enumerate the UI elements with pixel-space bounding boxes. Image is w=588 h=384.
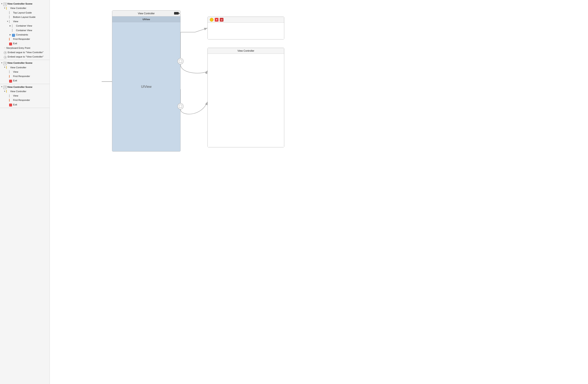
sidebar: ▼ ☰ View Controller Scene ▼ View Control… <box>0 0 50 384</box>
sidebar-item-label: View Controller Scene <box>7 2 32 6</box>
sidebar-item-label: View Controller <box>10 66 26 69</box>
top-vc-title-bar: ■ ▤ <box>208 17 284 23</box>
sidebar-item-containerview-2[interactable]: Container View <box>0 28 50 33</box>
sidebar-item-vc-2[interactable]: ▼ View Controller <box>0 65 50 70</box>
sidebar-item-label: Bottom Layout Guide <box>13 15 36 19</box>
sidebar-item-label: View <box>13 20 18 23</box>
arrow-icon: ▼ <box>4 7 6 10</box>
containerview-icon <box>12 29 15 32</box>
sidebar-item-bottomlayout[interactable]: Bottom Layout Guide <box>0 15 50 19</box>
sidebar-item-segue-2[interactable]: ⊕ Embed segue to "View Controller" <box>0 55 50 59</box>
scene-icon: ☰ <box>3 2 7 6</box>
sidebar-item-label: View <box>13 94 18 98</box>
phone-status-bar: UIView <box>112 16 180 22</box>
sidebar-item-label: Exit <box>13 79 17 82</box>
sidebar-item-view-2[interactable]: View <box>0 70 50 74</box>
sidebar-item-constraints[interactable]: ▶ ≡ Constraints <box>0 33 50 37</box>
firstresponder-icon <box>9 99 12 102</box>
sidebar-item-label: Top Layout Guide <box>13 11 32 15</box>
sidebar-item-label: View Controller Scene <box>7 61 32 65</box>
sidebar-item-exit-3[interactable]: → Exit <box>0 103 50 107</box>
arrow-icon: ▼ <box>4 66 6 69</box>
main-viewcontroller-frame[interactable]: View Controller UIView UIView <box>112 10 181 151</box>
storyboard-canvas: View Controller UIView UIView ■ ▤ View C… <box>50 0 588 384</box>
sidebar-item-label: First Responder <box>13 75 30 78</box>
sidebar-section-2: ▼ ☰ View Controller Scene ▼ View Control… <box>0 60 50 84</box>
bottom-vc-body <box>208 54 284 147</box>
sidebar-item-exit-1[interactable]: → Exit <box>0 41 50 46</box>
segue-icon: ⊕ <box>4 51 7 54</box>
sidebar-item-label: Exit <box>13 103 17 107</box>
view-icon <box>9 94 12 98</box>
sidebar-item-view-1[interactable]: ▼ View <box>0 19 50 24</box>
top-vc-body <box>208 23 284 39</box>
bottom-vc-title-label: View Controller <box>237 49 254 52</box>
sidebar-item-containerview-1[interactable]: ▶ Container View <box>0 24 50 28</box>
sidebar-item-vc-3[interactable]: ▼ View Controller <box>0 89 50 94</box>
sidebar-item-scene-3[interactable]: ▼ ☰ View Controller Scene <box>0 85 50 89</box>
sidebar-item-firstresponder-2[interactable]: First Responder <box>0 74 50 79</box>
sidebar-item-vc-1[interactable]: ▼ View Controller <box>0 6 50 10</box>
arrow-icon: ▼ <box>1 62 3 64</box>
arrow-icon: → <box>4 46 6 49</box>
arrow-icon: ▶ <box>10 24 12 27</box>
sidebar-item-scene-1[interactable]: ▼ ☰ View Controller Scene <box>0 2 50 6</box>
segue-icon: ⊕ <box>4 55 7 59</box>
view-icon <box>9 11 12 14</box>
sidebar-item-scene-2[interactable]: ▼ ☰ View Controller Scene <box>0 61 50 65</box>
scene-icon: ☰ <box>3 62 7 65</box>
sidebar-section-1: ▼ ☰ View Controller Scene ▼ View Control… <box>0 1 50 60</box>
phone-title-bar: View Controller <box>112 11 180 16</box>
sidebar-item-label: Storyboard Entry Point <box>6 46 30 50</box>
firstresponder-icon <box>9 38 12 41</box>
constraint-icon: ≡ <box>12 33 15 36</box>
top-vc-box[interactable]: ■ ▤ <box>208 17 284 40</box>
exit-icon: → <box>9 42 12 45</box>
viewcontroller-icon <box>6 66 10 69</box>
connection-top <box>181 28 208 32</box>
connection-to-bottom-vc <box>181 64 208 73</box>
containerview-icon <box>12 24 15 28</box>
sidebar-section-3: ▼ ☰ View Controller Scene ▼ View Control… <box>0 84 50 108</box>
sidebar-item-label: Constraints <box>16 33 28 37</box>
arrow-icon: ▼ <box>7 20 9 23</box>
sidebar-item-exit-2[interactable]: → Exit <box>0 79 50 83</box>
battery-icon <box>174 12 179 15</box>
connection-to-bottom-vc-2 <box>181 102 208 114</box>
viewcontroller-icon <box>6 90 10 93</box>
sidebar-item-label: First Responder <box>13 98 30 102</box>
sidebar-item-storyboard[interactable]: → Storyboard Entry Point <box>0 46 50 50</box>
view-icon <box>9 70 12 73</box>
view-icon <box>9 15 12 19</box>
arrow-icon: ▼ <box>4 90 6 93</box>
status-bar-label: UIView <box>143 18 150 21</box>
scene-icon: ☰ <box>3 85 7 89</box>
sidebar-item-label: Exit <box>13 42 17 45</box>
viewcontroller-icon <box>6 7 10 10</box>
arrow-icon: ▶ <box>10 33 12 36</box>
sidebar-item-label: First Responder <box>13 37 30 41</box>
vc-yellow-icon <box>210 18 213 21</box>
vc-orange-icon: ■ <box>215 18 218 21</box>
view-icon <box>9 20 12 23</box>
sidebar-item-label: Container View <box>16 29 32 32</box>
content-label: UIView <box>141 85 151 89</box>
sidebar-item-label: Container View <box>16 24 32 28</box>
sidebar-item-segue-1[interactable]: ⊕ Embed segue to "View Controller" <box>0 50 50 55</box>
sidebar-item-firstresponder-1[interactable]: First Responder <box>0 37 50 41</box>
sidebar-item-firstresponder-3[interactable]: First Responder <box>0 98 50 102</box>
exit-icon: → <box>9 79 12 82</box>
arrow-icon: ▼ <box>1 2 3 5</box>
sidebar-item-label: View Controller Scene <box>7 85 32 89</box>
sidebar-item-view-3[interactable]: View <box>0 94 50 98</box>
phone-title-label: View Controller <box>138 12 155 15</box>
bottom-vc-box[interactable]: View Controller <box>208 48 284 147</box>
bottom-vc-title-bar: View Controller <box>208 48 284 54</box>
sidebar-item-label: View Controller <box>10 90 26 93</box>
arrow-icon: ▼ <box>1 85 3 88</box>
phone-content-area: UIView <box>112 22 180 151</box>
sidebar-item-label: View Controller <box>10 6 26 10</box>
firstresponder-icon <box>9 75 12 78</box>
sidebar-item-label: Embed segue to "View Controller" <box>8 55 43 59</box>
sidebar-item-toplayout[interactable]: Top Layout Guide <box>0 11 50 15</box>
